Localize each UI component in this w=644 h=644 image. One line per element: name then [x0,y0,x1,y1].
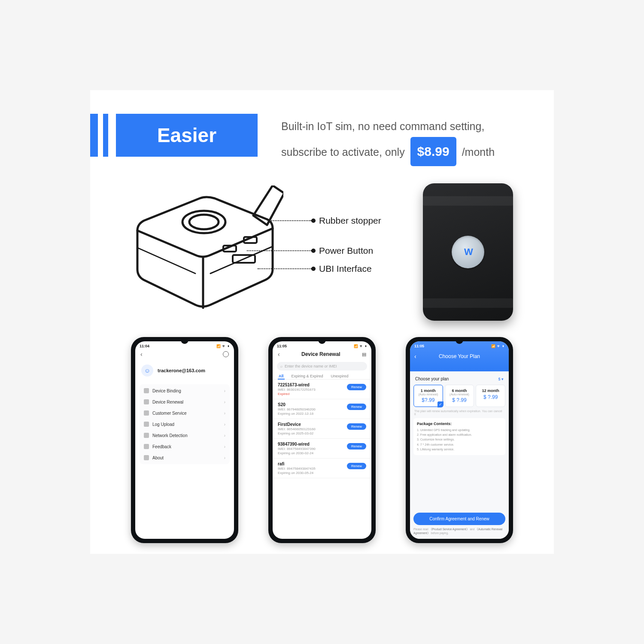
plan-option[interactable]: 6 month(Auto-renewal)$ ?.99 [445,385,474,407]
package-contents: Package Contents: 1. Unlimited GPS track… [413,418,505,455]
back-icon[interactable]: ‹ [140,351,143,358]
search-input[interactable]: ⌕ Enter the device name or IMEI [277,362,367,371]
plan-note: The plan will renew automatically when e… [414,410,504,416]
dot-icon [311,267,316,271]
plan-banner: 11:05 📶 ᯤ ▮ ‹ Choose Your Plan [410,341,509,371]
settings-list: Device Binding›Device Renewal›Customer S… [140,384,230,464]
settings-item[interactable]: Feedback› [140,441,230,452]
tab-expiring[interactable]: Expiring & Expired [292,374,323,378]
diagram-label: Rubber stopper [268,216,381,226]
device-status: Expiring on 2030-02-24 [278,451,366,455]
renew-button[interactable]: Renew [347,404,366,410]
avatar-icon: ☺ [141,365,153,377]
confirm-button[interactable]: Confirm Agreement and Renew [413,513,505,525]
settings-item[interactable]: Device Renewal› [140,396,230,407]
chevron-right-icon: › [224,422,225,427]
device-status: Expiring on 2022-12-18 [278,412,366,416]
status-time: 11:04 [140,344,149,348]
chevron-right-icon: › [224,456,225,460]
tab-unexpired[interactable]: Unexpired [331,374,349,378]
plan-option[interactable]: 12 month$ ?.99 [476,385,505,407]
phone-mock-renewal: 11:05 📶 ᯤ ▮ ‹ Device Renewal ▤ ⌕ Enter t… [268,337,376,543]
headline-title: Easier [157,124,216,147]
menu-icon [144,433,149,438]
chevron-right-icon: › [224,433,225,438]
section-label: Choose your plan [415,377,449,381]
status-icons: 📶 ᯤ ▮ [216,344,230,348]
device-logo-icon: W [452,236,484,268]
dot-icon [311,219,316,223]
device-row: S20 IMEI: 867946050346200 Expiring on 20… [273,399,371,419]
package-item: 2. Free application and alarm notificati… [417,432,502,437]
device-status: Expiring on 2025-03-02 [278,431,366,435]
account-email: trackerone@163.com [158,368,205,373]
status-icons: 📶 ᯤ ▮ [491,344,504,348]
chevron-right-icon: › [224,389,225,393]
status-icons: 📶 ᯤ ▮ [354,344,367,348]
filter-tabs: All Expiring & Expired Unexpired [273,373,371,380]
header: Easier Built-in IoT sim, no need command… [90,90,554,166]
menu-icon [144,399,149,404]
settings-item[interactable]: Network Detection› [140,430,230,441]
device-section: Rubber stopper Power Button UBI Interfac… [90,183,554,321]
device-status: Expired [278,392,366,396]
menu-icon [144,410,149,416]
renew-button[interactable]: Renew [347,423,366,430]
package-title: Package Contents: [417,422,502,426]
scan-icon[interactable]: ▤ [362,352,366,357]
device-row: FirstDevice IMEI: 865466050123160 Expiri… [273,419,371,439]
status-time: 11:05 [277,344,287,348]
diagram-label: UBI Interface [258,264,372,274]
chevron-right-icon: › [224,444,225,449]
chevron-right-icon: › [224,400,225,404]
device-photo: W [423,183,513,321]
plan-option[interactable]: 1 month(Auto-renewal)$?.99 [413,385,443,407]
plan-options: 1 month(Auto-renewal)$?.996 month(Auto-r… [413,385,505,407]
marketing-card: Easier Built-in IoT sim, no need command… [90,90,554,554]
package-item: 4. 7 * 24h customer service. [417,442,502,447]
desc-line-2: subscribe to activate, only $8.99 /month [281,137,495,166]
renew-button[interactable]: Renew [347,384,366,390]
status-time: 11:05 [414,344,424,348]
disclaimer: Please read 《Product Service Agreement》 … [413,527,505,536]
renew-button[interactable]: Renew [347,443,366,450]
menu-icon [144,455,149,460]
phone-mock-plan: 11:05 📶 ᯤ ▮ ‹ Choose Your Plan Choose yo… [406,337,513,543]
package-item: 1. Unlimited GPS tracking and updating. [417,428,502,432]
price-pill: $8.99 [410,137,456,166]
decor-stripe [90,114,98,157]
renew-button[interactable]: Renew [347,463,366,469]
settings-item[interactable]: Customer Service› [140,407,230,419]
currency-toggle[interactable]: $ ▾ [498,377,504,381]
page-title: Device Renewal [301,351,340,357]
device-row: 72251673-wired IMEI: 863019172251673 Exp… [273,380,371,399]
menu-icon [144,388,149,393]
headline-badge: Easier [116,114,258,157]
page-title: Choose Your Plan [439,353,480,359]
device-list: 72251673-wired IMEI: 863019172251673 Exp… [273,380,371,478]
back-icon[interactable]: ‹ [278,351,280,358]
dot-icon [311,249,316,253]
desc-line-1: Built-in IoT sim, no need command settin… [281,115,495,137]
svg-point-1 [189,215,219,229]
back-icon[interactable]: ‹ [414,353,416,360]
device-row: rafi IMEI: 894758493847435 Expiring on 2… [273,459,371,478]
decor-stripe [103,114,108,157]
search-icon: ⌕ [280,364,283,368]
headline-desc: Built-in IoT sim, no need command settin… [281,114,495,166]
tab-all[interactable]: All [279,374,284,378]
device-diagram: Rubber stopper Power Button UBI Interfac… [101,185,410,319]
menu-icon [144,444,149,449]
phone-screenshots: 11:04 📶 ᯤ ▮ ‹ ☺ trackerone@163.com Devic… [90,337,554,543]
device-row: 93847390-wired IMEI: 894758493847390 Exp… [273,439,371,459]
settings-item[interactable]: Log Upload› [140,419,230,430]
account-row[interactable]: ☺ trackerone@163.com [135,359,234,382]
device-status: Expiring on 2030-05-24 [278,471,366,475]
gear-icon[interactable] [223,351,229,357]
menu-icon [144,422,149,427]
settings-item[interactable]: About› [140,452,230,463]
diagram-label: Power Button [247,246,373,256]
package-item: 3. Customize fence settings. [417,437,502,442]
settings-item[interactable]: Device Binding› [140,385,230,396]
chevron-right-icon: › [224,411,225,416]
